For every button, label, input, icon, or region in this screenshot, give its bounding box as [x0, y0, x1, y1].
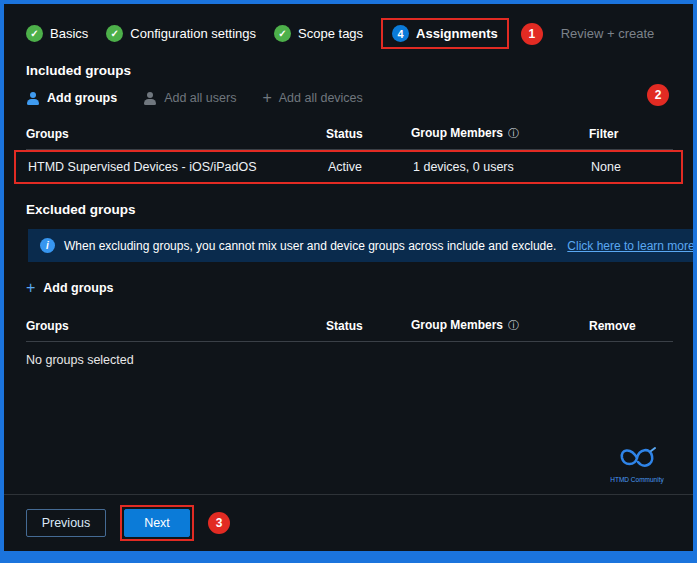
- step-basics-label: Basics: [50, 26, 88, 41]
- cell-status: Active: [328, 160, 413, 174]
- people-icon: [143, 92, 157, 105]
- step-assignments-label: Assignments: [416, 26, 498, 41]
- no-groups-selected-text: No groups selected: [26, 342, 673, 378]
- col-group-members: Group Membersⓘ: [411, 126, 589, 141]
- step-basics[interactable]: ✓ Basics: [26, 25, 88, 42]
- annotation-circle-2: 2: [647, 84, 669, 106]
- annotation-circle-1: 1: [521, 23, 543, 45]
- annotation-next-frame: Next: [120, 505, 194, 541]
- htmd-logo-caption: HTMD Community: [607, 476, 667, 483]
- annotation-row-frame: HTMD Supervised Devices - iOS/iPadOS Act…: [14, 150, 683, 184]
- step-review-create-label: Review + create: [561, 26, 655, 41]
- col-filter: Filter: [589, 127, 673, 141]
- htmd-logo-icon: [617, 445, 657, 471]
- cell-members: 1 devices, 0 users: [413, 160, 591, 174]
- step-assignments[interactable]: 4 Assignments: [381, 18, 509, 49]
- plus-icon: +: [26, 280, 35, 296]
- wizard-steps: ✓ Basics ✓ Configuration settings ✓ Scop…: [26, 18, 673, 49]
- step-scope-tags-label: Scope tags: [298, 26, 363, 41]
- step-number-icon: 4: [392, 25, 409, 42]
- add-all-devices-label: Add all devices: [279, 91, 363, 105]
- cell-group-name: HTMD Supervised Devices - iOS/iPadOS: [28, 160, 328, 174]
- assignments-wizard-window: ✓ Basics ✓ Configuration settings ✓ Scop…: [0, 0, 697, 563]
- table-row[interactable]: HTMD Supervised Devices - iOS/iPadOS Act…: [28, 152, 681, 182]
- included-groups-title: Included groups: [26, 63, 673, 78]
- person-add-icon: [26, 92, 40, 105]
- add-all-users-button[interactable]: Add all users: [143, 91, 236, 105]
- excluded-table-header: Groups Status Group Membersⓘ Remove: [26, 312, 673, 342]
- excluded-add-groups-label: Add groups: [43, 281, 113, 295]
- plus-icon: +: [262, 90, 271, 106]
- col-groups: Groups: [26, 319, 326, 333]
- step-review-create[interactable]: Review + create: [561, 26, 655, 41]
- included-groups-table: Groups Status Group Membersⓘ Filter HTMD…: [26, 120, 673, 184]
- col-group-members-label: Group Members: [411, 126, 503, 140]
- step-configuration-settings-label: Configuration settings: [130, 26, 256, 41]
- step-configuration-settings[interactable]: ✓ Configuration settings: [106, 25, 256, 42]
- col-status: Status: [326, 127, 411, 141]
- included-table-header: Groups Status Group Membersⓘ Filter: [26, 120, 673, 150]
- annotation-circle-3: 3: [208, 512, 230, 534]
- add-groups-button[interactable]: Add groups: [26, 91, 117, 105]
- info-banner: i When excluding groups, you cannot mix …: [28, 229, 693, 262]
- col-status: Status: [326, 319, 411, 333]
- excluded-groups-title: Excluded groups: [26, 202, 673, 217]
- check-icon: ✓: [106, 25, 123, 42]
- cell-filter: None: [591, 160, 681, 174]
- info-icon: ⓘ: [508, 127, 519, 139]
- excluded-add-groups-button[interactable]: + Add groups: [26, 280, 113, 296]
- add-all-users-label: Add all users: [164, 91, 236, 105]
- info-banner-text: When excluding groups, you cannot mix us…: [64, 239, 556, 253]
- col-groups: Groups: [26, 127, 326, 141]
- learn-more-link[interactable]: Click here to learn more about: [567, 239, 693, 253]
- check-icon: ✓: [26, 25, 43, 42]
- info-icon: ⓘ: [508, 319, 519, 331]
- info-icon: i: [40, 238, 55, 253]
- htmd-community-logo: HTMD Community: [607, 445, 667, 483]
- add-groups-label: Add groups: [47, 91, 117, 105]
- step-scope-tags[interactable]: ✓ Scope tags: [274, 25, 363, 42]
- col-group-members: Group Membersⓘ: [411, 318, 589, 333]
- excluded-groups-table: Groups Status Group Membersⓘ Remove No g…: [26, 312, 673, 378]
- col-group-members-label: Group Members: [411, 318, 503, 332]
- included-groups-toolbar: Add groups Add all users + Add all devic…: [26, 90, 673, 106]
- check-icon: ✓: [274, 25, 291, 42]
- previous-button[interactable]: Previous: [26, 509, 106, 537]
- add-all-devices-button[interactable]: + Add all devices: [262, 90, 362, 106]
- next-button[interactable]: Next: [124, 509, 190, 537]
- col-remove: Remove: [589, 319, 673, 333]
- wizard-footer: Previous Next 3: [4, 494, 693, 551]
